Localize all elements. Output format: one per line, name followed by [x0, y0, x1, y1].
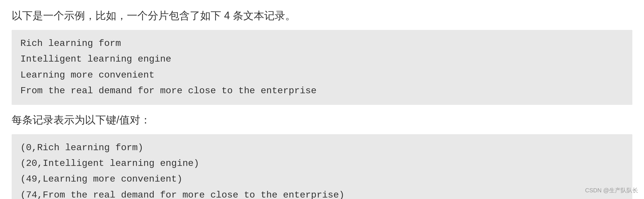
- code-block-2-content: (0,Rich learning form) (20,Intelligent l…: [20, 140, 624, 199]
- section-label: 每条记录表示为以下键/值对：: [12, 113, 632, 127]
- code-block-1-content: Rich learning form Intelligent learning …: [20, 36, 624, 99]
- code-block-1: Rich learning form Intelligent learning …: [12, 30, 632, 105]
- watermark: CSDN @生产队队长: [585, 187, 638, 194]
- intro-text: 以下是一个示例，比如，一个分片包含了如下 4 条文本记录。: [12, 9, 632, 23]
- code-block-2: (0,Rich learning form) (20,Intelligent l…: [12, 134, 632, 199]
